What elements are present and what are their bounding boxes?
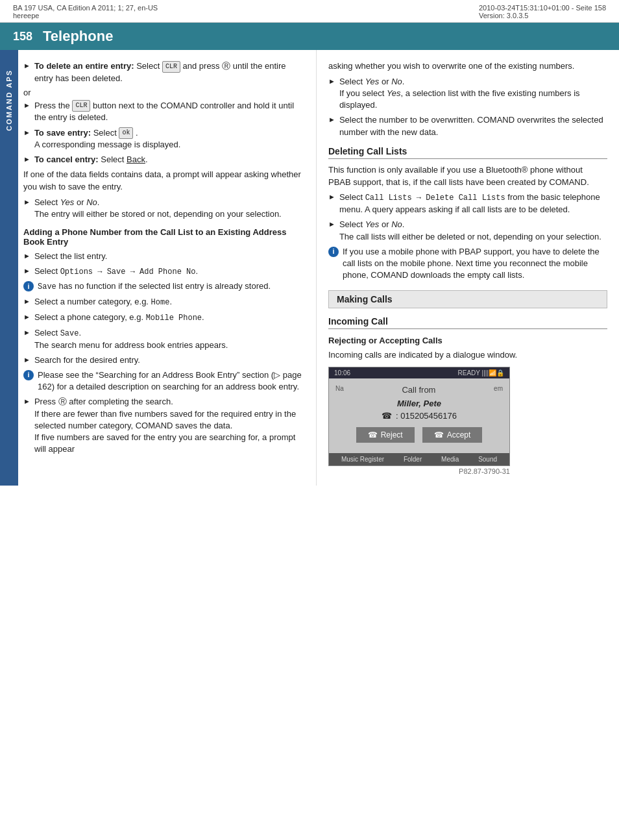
bullet-arrow: ► — [23, 101, 30, 110]
bullet-yes-no-delete: ► Select Yes or No. The call lists will … — [328, 219, 607, 242]
bullet-press-after-search: ► Press Ⓡ after completing the search. I… — [23, 396, 304, 455]
bullet-delete-call-lists: ► Select Call Lists → Delete Call Lists … — [328, 191, 607, 216]
info-pbap-support: i If you use a mobile phone with PBAP su… — [328, 246, 607, 282]
call-number-text: : 015205456176 — [396, 411, 457, 421]
call-footer: Music Register Folder Media Sound — [329, 453, 509, 465]
bullet-arrow: ► — [23, 266, 30, 276]
bullet-delete-entry: ► To delete an entire entry: Select CLR … — [23, 60, 304, 84]
bullet-arrow: ► — [23, 61, 30, 71]
deleting-intro: This function is only available if you u… — [328, 164, 607, 189]
bullet-text: Search for the desired entry. — [34, 354, 304, 366]
call-buttons: ☎ Reject ☎ Accept — [335, 427, 503, 443]
info-text: Save has no function if the selected lis… — [38, 280, 304, 293]
footer-item-folder: Folder — [404, 456, 422, 463]
bullet-text: Select Call Lists → Delete Call Lists fr… — [339, 191, 607, 216]
bullet-select-number-overwrite: ► Select the number to be overwritten. C… — [328, 114, 607, 138]
meta-right: 2010-03-24T15:31:10+01:00 - Seite 158Ver… — [479, 4, 606, 19]
bullet-arrow: ► — [23, 355, 30, 365]
or-separator: or — [23, 88, 304, 97]
bullet-arrow: ► — [23, 197, 30, 207]
incoming-call-intro: Incoming calls are indicated by a dialog… — [328, 349, 607, 362]
bullet-arrow: ► — [23, 328, 30, 338]
call-body-left-label: Na — [335, 385, 344, 395]
reject-label: Reject — [381, 430, 403, 439]
bullet-arrow: ► — [328, 115, 335, 125]
bullet-text: Select Yes or No.The entry will either b… — [34, 197, 304, 220]
bullet-arrow: ► — [23, 397, 30, 406]
continuation-text: asking whether you wish to overwrite one… — [328, 60, 607, 73]
bullet-text: Select a phone category, e.g. Mobile Pho… — [34, 312, 304, 324]
bullet-text: Select Options → Save → Add Phone No. — [34, 266, 304, 278]
bullet-text: Select the list entry. — [34, 251, 304, 262]
reject-icon: ☎ — [368, 430, 378, 439]
rejecting-accepting-heading: Rejecting or Accepting Calls — [328, 336, 607, 345]
info-save-no-function: i Save has no function if the selected l… — [23, 280, 304, 293]
call-time: 10:06 — [334, 369, 350, 377]
right-column: asking whether you wish to overwrite one… — [317, 50, 619, 486]
accept-label: Accept — [447, 430, 471, 439]
info-icon: i — [328, 247, 339, 257]
bullet-text: Press Ⓡ after completing the search. If … — [34, 396, 304, 455]
bullet-number-category: ► Select a number category, e.g. Home. — [23, 296, 304, 308]
bullet-yes-no-save: ► Select Yes or No.The entry will either… — [23, 197, 304, 220]
bullet-save-entry: ► To save entry: Select ok .A correspond… — [23, 127, 304, 151]
section-heading-add-phone: Adding a Phone Number from the Call List… — [23, 227, 304, 247]
footer-item-music: Music Register — [341, 456, 384, 463]
para-data-fields: If one of the data fields contains data,… — [23, 169, 304, 193]
call-top-bar: 10:06 READY ||||📶🔒 — [329, 367, 509, 378]
bullet-phone-category: ► Select a phone category, e.g. Mobile P… — [23, 312, 304, 324]
call-status: READY ||||📶🔒 — [458, 369, 504, 377]
bullet-arrow: ► — [23, 154, 30, 164]
footer-item-media: Media — [441, 456, 459, 463]
bullet-text: Select Yes or No. If you select Yes, a s… — [339, 76, 607, 112]
info-text: If you use a mobile phone with PBAP supp… — [343, 246, 607, 282]
bullet-arrow: ► — [23, 297, 30, 306]
info-icon: i — [23, 370, 34, 380]
bullet-select-save: ► Select Save.The search menu for addres… — [23, 327, 304, 351]
bullet-arrow: ► — [328, 77, 335, 86]
bullet-arrow: ► — [23, 251, 30, 261]
clr-button-img: CLR — [162, 61, 180, 73]
accept-button[interactable]: ☎ Accept — [422, 427, 483, 443]
bullet-arrow: ► — [23, 312, 30, 322]
call-body: Na Call from em Miller, Pete ☎ : 0152054… — [329, 378, 509, 453]
bullet-yes-no-overwrite: ► Select Yes or No. If you select Yes, a… — [328, 76, 607, 112]
bullet-press-clr: ► Press the CLR button next to the COMAN… — [23, 100, 304, 124]
page-title: Telephone — [43, 28, 113, 45]
bullet-cancel-entry: ► To cancel entry: Select Back. — [23, 154, 304, 166]
ok-button-img: ok — [119, 127, 133, 139]
clr-button-img2: CLR — [72, 100, 90, 112]
phone-icon: ☎ — [382, 411, 392, 421]
bullet-text: Select Save.The search menu for address … — [34, 327, 304, 351]
bullet-arrow: ► — [328, 219, 335, 229]
info-text: Please see the “Searching for an Address… — [38, 369, 304, 393]
making-calls-label: Making Calls — [337, 294, 393, 304]
call-screenshot: 10:06 READY ||||📶🔒 Na Call from em Mille… — [328, 367, 510, 466]
sidebar-label: COMAND APS — [5, 69, 13, 131]
call-from-label: Call from — [402, 385, 435, 395]
screenshot-caption: P82.87-3790-31 — [328, 467, 510, 475]
bullet-text: Press the CLR button next to the COMAND … — [34, 100, 304, 124]
bullet-arrow: ► — [328, 192, 335, 202]
call-caller-name: Miller, Pete — [335, 399, 503, 408]
meta-bar: BA 197 USA, CA Edition A 2011; 1; 27, en… — [0, 0, 619, 23]
page-header: 158 Telephone — [0, 23, 619, 50]
bullet-options-save: ► Select Options → Save → Add Phone No. — [23, 266, 304, 278]
call-number: ☎ : 015205456176 — [335, 411, 503, 421]
info-icon: i — [23, 281, 34, 291]
bullet-text: To cancel entry: Select Back. — [34, 154, 304, 166]
bullet-arrow: ► — [23, 128, 30, 138]
bullet-search-entry: ► Search for the desired entry. — [23, 354, 304, 366]
section-heading-deleting: Deleting Call Lists — [328, 146, 607, 159]
left-column: ► To delete an entire entry: Select CLR … — [18, 50, 317, 486]
incoming-call-heading: Incoming Call — [328, 316, 607, 329]
accept-icon: ☎ — [434, 430, 444, 439]
footer-item-sound: Sound — [478, 456, 497, 463]
sidebar-label-wrapper: COMAND APS — [0, 50, 18, 486]
making-calls-banner: Making Calls — [328, 290, 607, 308]
bullet-text: To save entry: Select ok .A correspondin… — [34, 127, 304, 151]
bullet-text: Select Yes or No. The call lists will ei… — [339, 219, 607, 242]
bullet-text: Select a number category, e.g. Home. — [34, 296, 304, 308]
bullet-select-list-entry: ► Select the list entry. — [23, 251, 304, 262]
reject-button[interactable]: ☎ Reject — [356, 427, 415, 443]
